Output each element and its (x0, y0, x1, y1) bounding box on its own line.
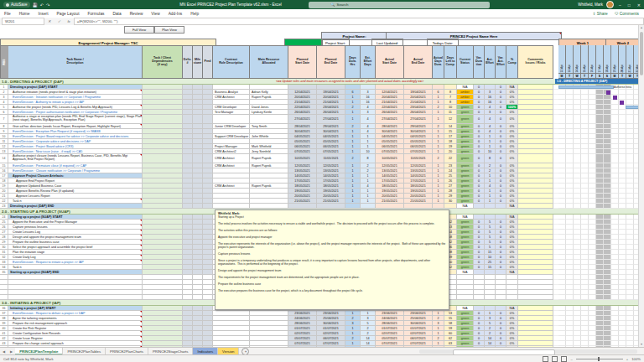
milestone-cell[interactable] (193, 204, 203, 209)
search-box[interactable]: 🔍Search (309, 2, 490, 8)
gantt-cell[interactable] (558, 154, 566, 163)
autosave-toggle[interactable]: AutoSave (3, 2, 30, 8)
gantt-cell[interactable] (574, 154, 581, 163)
planned-start-cell[interactable]: 27/04/2021 (288, 115, 317, 124)
var-act-effort-cell[interactable] (496, 204, 506, 209)
gantt-cell[interactable] (589, 115, 596, 124)
actual-end-cell[interactable]: 27/04/2021 (404, 115, 433, 124)
tab-nav-right-icon[interactable]: ▶ (8, 349, 15, 354)
save-icon[interactable]: 💾 (33, 3, 38, 8)
deliv-cell[interactable] (183, 154, 193, 163)
empty-cell[interactable] (193, 295, 203, 300)
planned-start-cell[interactable]: 10/05/2021 (288, 154, 317, 163)
est-effort-cell[interactable] (361, 204, 376, 209)
gantt-cell[interactable] (581, 295, 589, 300)
actual-end-cell[interactable] (404, 204, 433, 209)
gantt-cell[interactable] (589, 154, 596, 163)
gantt-cell[interactable] (581, 115, 589, 124)
gantt-cell[interactable] (574, 295, 581, 300)
zoom-slider-knob[interactable] (598, 357, 600, 361)
actual-start-cell[interactable] (376, 204, 404, 209)
days-duration-cell[interactable] (345, 204, 361, 209)
cancel-icon[interactable]: ✕ (48, 19, 51, 23)
actual-start-cell[interactable]: 27/04/2021 (376, 115, 404, 124)
page-break-view-icon[interactable] (561, 356, 567, 362)
status-cell[interactable]: N/A (457, 204, 474, 209)
actual-days-cell[interactable] (433, 204, 444, 209)
section-header-row[interactable]: 1.0 - DIRECTING A PROJECT (DAP)<== Updat… (0, 79, 639, 85)
ribbon-tab-file[interactable]: File (0, 12, 15, 16)
gantt-cell[interactable] (558, 115, 566, 124)
gantt-cell[interactable] (574, 204, 581, 209)
est-effort-cell[interactable]: 8 (361, 154, 376, 163)
gantt-cell[interactable] (558, 204, 566, 209)
zoom-in-icon[interactable]: + (626, 357, 628, 361)
horizontal-scrollbar[interactable] (419, 349, 637, 354)
days-duration-cell[interactable]: 1 (345, 115, 361, 124)
vertical-scroll-thumb[interactable] (640, 32, 643, 75)
comments-button[interactable]: 🗨 Comments (615, 12, 639, 16)
ribbon-tab-review[interactable]: Review (126, 12, 148, 16)
user-name[interactable]: Whitfield, Mark (578, 3, 603, 7)
gantt-cell[interactable] (619, 295, 626, 300)
gantt-cell[interactable] (566, 115, 574, 124)
ribbon-tab-view[interactable]: View (147, 12, 164, 16)
gantt-cell[interactable] (566, 154, 574, 163)
role-cell[interactable] (213, 115, 250, 124)
ribbon-tab-insert[interactable]: Insert (34, 12, 53, 16)
days-left-cell[interactable] (444, 204, 457, 209)
est-effort-cell[interactable]: 4 (361, 115, 376, 124)
gantt-cell[interactable] (596, 295, 604, 300)
gantt-cell[interactable] (619, 115, 626, 124)
var-act-effort-cell[interactable]: 0 (496, 154, 506, 163)
empty-cell[interactable] (518, 295, 553, 300)
gantt-cell[interactable] (619, 204, 626, 209)
status-cell[interactable]: green (457, 115, 474, 124)
gantt-cell[interactable] (566, 204, 574, 209)
gantt-cell[interactable] (626, 295, 634, 300)
planned-end-cell[interactable] (317, 204, 345, 209)
undo-icon[interactable]: ↶ (40, 3, 44, 8)
tab-nav-left-icon[interactable]: ◀ (0, 349, 8, 354)
gantt-cell[interactable] (626, 115, 634, 124)
empty-cell[interactable] (203, 295, 213, 300)
deliv-cell[interactable] (183, 115, 193, 124)
role-cell[interactable] (213, 204, 250, 209)
ribbon-tab-help[interactable]: Help (186, 12, 203, 16)
ribbon-tab-page-layout[interactable]: Page Layout (53, 12, 84, 16)
act-effort-cell[interactable] (485, 204, 496, 209)
task-name-cell[interactable]: Authorise a stage or exception plan (nee… (8, 115, 143, 124)
page-layout-view-icon[interactable] (552, 356, 558, 362)
act-effort-cell[interactable]: 4 (485, 115, 496, 124)
days-left-cell[interactable]: 22 (444, 154, 457, 163)
comments-cell[interactable] (518, 154, 553, 163)
var-duration-cell[interactable] (474, 204, 485, 209)
zoom-slider[interactable] (576, 359, 623, 359)
dependencies-cell[interactable] (143, 115, 183, 124)
gantt-cell[interactable] (558, 295, 566, 300)
gantt-cell[interactable] (581, 204, 589, 209)
milestone-cell[interactable] (193, 154, 203, 163)
days-left-cell[interactable]: 12 (444, 115, 457, 124)
full-view-button[interactable]: Full View (124, 26, 154, 34)
ribbon-tab-home[interactable]: Home (15, 12, 34, 16)
var-duration-cell[interactable]: 0 (474, 154, 485, 163)
gantt-cell[interactable] (604, 204, 611, 209)
minimize-icon[interactable]: – (617, 3, 623, 8)
empty-cell[interactable] (457, 295, 474, 300)
gantt-cell[interactable] (589, 204, 596, 209)
var-duration-cell[interactable]: 0 (474, 115, 485, 124)
planned-start-cell[interactable] (288, 204, 317, 209)
maximize-icon[interactable]: □ (626, 3, 632, 8)
gantt-cell[interactable] (619, 154, 626, 163)
gantt-cell[interactable] (596, 154, 604, 163)
resource-cell[interactable] (250, 115, 288, 124)
gantt-cell[interactable] (626, 204, 634, 209)
gantt-cell[interactable] (604, 115, 611, 124)
gantt-cell[interactable] (604, 295, 611, 300)
act-effort-cell[interactable]: 8 (485, 154, 496, 163)
gantt-cell[interactable] (604, 154, 611, 163)
normal-view-icon[interactable] (543, 356, 548, 362)
pred-cell[interactable] (203, 115, 213, 124)
resource-cell[interactable]: Rupert Pupnik (250, 154, 288, 163)
